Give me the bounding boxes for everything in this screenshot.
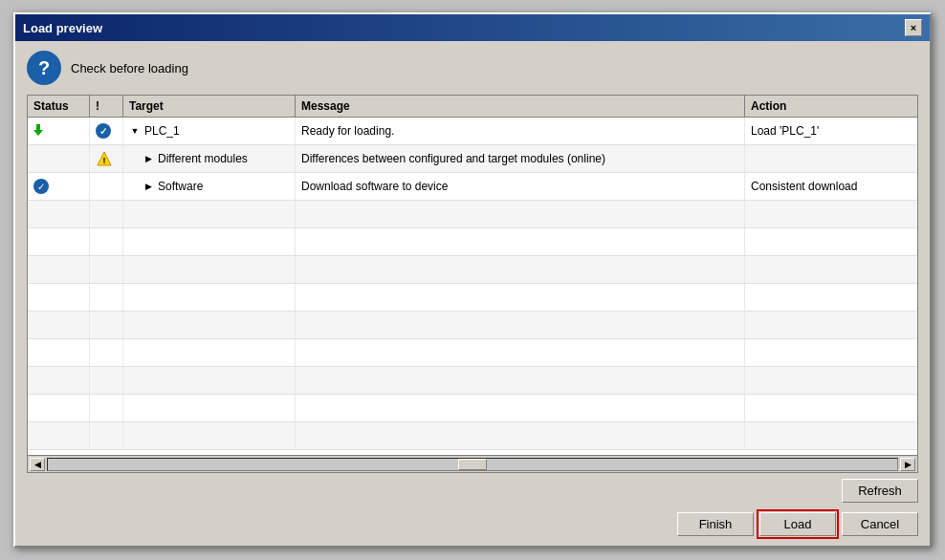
table-row — [28, 201, 917, 228]
table-row: ✓ ▼ PLC_1 Ready for loading. Load 'PLC_1… — [28, 118, 917, 145]
dialog-title: Load preview — [23, 21, 102, 35]
table-row: ! ▶ Different modules Differences betwee… — [28, 145, 917, 173]
row2-status — [28, 145, 90, 172]
table-body: ✓ ▼ PLC_1 Ready for loading. Load 'PLC_1… — [28, 118, 917, 455]
download-arrow-icon — [33, 124, 43, 138]
scroll-thumb[interactable] — [458, 459, 487, 470]
row3-message-text: Download software to device — [301, 180, 448, 193]
refresh-button-row: Refresh — [27, 479, 918, 503]
row3-message: Download software to device — [296, 173, 745, 200]
check-before-loading-text: Check before loading — [71, 61, 188, 75]
bottom-button-row: Finish Load Cancel — [27, 512, 918, 536]
table-row: ✓ ▶ Software Download software to device… — [28, 173, 917, 201]
scroll-left-button[interactable]: ◀ — [30, 458, 45, 471]
col-header-action: Action — [745, 96, 917, 117]
expand-arrow-icon[interactable]: ▶ — [143, 153, 154, 164]
col-header-message: Message — [296, 96, 745, 117]
row1-action-text: Load 'PLC_1' — [751, 124, 819, 138]
check-blue-icon: ✓ — [96, 123, 111, 139]
col-header-target: Target — [123, 96, 296, 117]
scroll-track[interactable] — [47, 458, 898, 471]
svg-text:!: ! — [103, 156, 106, 165]
refresh-button[interactable]: Refresh — [842, 479, 918, 503]
col-header-status: Status — [28, 96, 90, 117]
scroll-right-button[interactable]: ▶ — [900, 458, 915, 471]
table-row — [28, 256, 917, 284]
check-header: ? Check before loading — [27, 51, 918, 85]
table-row — [28, 228, 917, 256]
row3-action: Consistent download — [745, 173, 917, 200]
table-header: Status ! Target Message Action — [28, 96, 917, 118]
row2-message-text: Differences between configured and targe… — [301, 152, 605, 165]
row2-exclamation: ! — [90, 145, 123, 172]
warning-icon: ! — [96, 150, 113, 167]
table-row — [28, 367, 917, 395]
table-row — [28, 395, 917, 422]
row1-message: Ready for loading. — [296, 118, 745, 144]
load-preview-dialog: Load preview × ? Check before loading St… — [13, 12, 932, 548]
row1-message-text: Ready for loading. — [301, 124, 394, 138]
row1-status — [28, 118, 90, 144]
row1-target-text: PLC_1 — [144, 124, 180, 138]
expand-arrow-icon[interactable]: ▼ — [129, 125, 141, 137]
col-header-exclamation: ! — [90, 96, 123, 117]
row2-target: ▶ Different modules — [123, 145, 296, 172]
row2-target-text: Different modules — [158, 152, 248, 165]
finish-button[interactable]: Finish — [677, 512, 754, 536]
row2-action — [745, 145, 917, 172]
row3-action-text: Consistent download — [751, 180, 857, 193]
table-row — [28, 312, 917, 339]
question-icon: ? — [27, 51, 61, 85]
cancel-button[interactable]: Cancel — [842, 512, 918, 536]
table-row — [28, 422, 917, 450]
row3-target-text: Software — [158, 180, 203, 193]
title-bar: Load preview × — [15, 14, 930, 41]
table-row — [28, 339, 917, 367]
row1-exclamation: ✓ — [90, 118, 123, 144]
row1-target: ▼ PLC_1 — [123, 118, 296, 144]
row3-target: ▶ Software — [123, 173, 296, 200]
table-row — [28, 284, 917, 312]
horizontal-scrollbar[interactable]: ◀ ▶ — [28, 455, 917, 472]
expand-arrow-icon[interactable]: ▶ — [143, 181, 154, 192]
row3-exclamation — [90, 173, 123, 200]
row2-message: Differences between configured and targe… — [296, 145, 745, 172]
row3-status: ✓ — [28, 173, 90, 200]
close-button[interactable]: × — [905, 19, 922, 36]
load-button[interactable]: Load — [759, 512, 836, 536]
table-container: Status ! Target Message Action ✓ — [27, 95, 918, 473]
row1-action: Load 'PLC_1' — [745, 118, 917, 144]
blue-check-icon: ✓ — [33, 179, 49, 194]
dialog-body: ? Check before loading Status ! Target M… — [15, 41, 930, 546]
